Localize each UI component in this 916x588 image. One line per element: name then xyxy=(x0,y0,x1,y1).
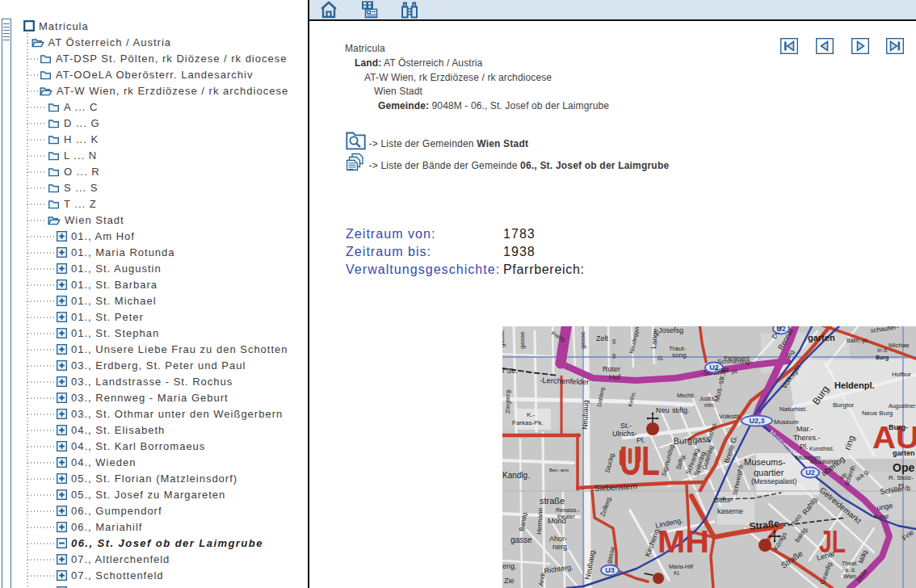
svg-text:gasse: gasse xyxy=(519,331,526,349)
svg-text:Naturhist.: Naturhist. xyxy=(779,405,807,413)
svg-text:Zieglerg.: Zieglerg. xyxy=(504,388,511,414)
svg-text:g.: g. xyxy=(612,338,617,344)
svg-text:Neu stiftg.: Neu stiftg. xyxy=(656,406,690,414)
svg-text:Michae: Michae xyxy=(889,342,910,349)
svg-text:Pl.: Pl. xyxy=(800,443,809,451)
svg-text:garten: garten xyxy=(893,449,915,457)
svg-text:Mond: Mond xyxy=(548,517,566,525)
svg-text:K.-: K.- xyxy=(527,411,536,418)
svg-text:song.: song. xyxy=(672,351,688,359)
svg-text:Museum: Museum xyxy=(774,418,799,426)
svg-text:Kunst: Kunst xyxy=(874,514,889,519)
svg-text:St.-: St.- xyxy=(620,422,632,430)
svg-text:Theat.: Theat. xyxy=(842,561,858,566)
svg-text:quartier: quartier xyxy=(754,468,784,477)
svg-text:Roter: Roter xyxy=(603,365,620,373)
svg-text:straße: straße xyxy=(540,496,565,506)
svg-text:Ope: Ope xyxy=(893,461,914,474)
svg-text:In d.: In d. xyxy=(877,347,889,353)
svg-text:Burg: Burg xyxy=(876,355,889,361)
svg-text:eng.: eng. xyxy=(502,562,517,570)
svg-text:Kandlg.: Kandlg. xyxy=(502,471,530,480)
svg-text:Stifts-: Stifts- xyxy=(714,496,733,504)
svg-text:a. d.: a. d. xyxy=(845,567,856,573)
svg-text:Mar.-: Mar.- xyxy=(796,425,813,433)
svg-text:Hermann: Hermann xyxy=(536,508,544,535)
svg-text:Justiz-: Justiz- xyxy=(714,367,731,372)
svg-text:Volksth.: Volksth. xyxy=(719,413,742,420)
svg-text:Neubaug: Neubaug xyxy=(581,400,590,430)
svg-text:nerg.: nerg. xyxy=(553,543,569,551)
svg-text:Augustiner: Augustiner xyxy=(889,403,916,410)
svg-text:min.: min. xyxy=(704,402,715,408)
svg-text:gasse: gasse xyxy=(579,331,586,349)
svg-text:U3: U3 xyxy=(605,566,615,574)
svg-text:(Messepalast): (Messepalast) xyxy=(751,477,797,485)
svg-text:Parlament: Parlament xyxy=(724,355,750,361)
svg-text:Farkas-Pk.: Farkas-Pk. xyxy=(512,419,544,426)
svg-text:U2,3: U2,3 xyxy=(749,417,764,425)
svg-text:Renaiss.-: Renaiss.- xyxy=(556,507,580,513)
svg-text:Josefsg: Josefsg xyxy=(658,326,683,334)
svg-text:Zie: Zie xyxy=(504,577,515,585)
svg-text:r Str.: r Str. xyxy=(502,367,518,375)
svg-text:kaserne: kaserne xyxy=(717,507,743,515)
svg-text:R. Stolz-: R. Stolz- xyxy=(889,474,914,481)
svg-text:g.: g. xyxy=(612,352,617,359)
svg-text:Museums-: Museums- xyxy=(744,457,786,467)
svg-text:Heldenpl.: Heldenpl. xyxy=(834,380,875,390)
svg-text:Ulrichs-: Ulrichs- xyxy=(612,430,637,438)
svg-text:Burgtor: Burgtor xyxy=(833,401,855,409)
svg-text:Kunsthist.: Kunsthist. xyxy=(809,446,834,452)
svg-text:Neue Burg: Neue Burg xyxy=(862,410,893,417)
svg-text:U2: U2 xyxy=(805,468,815,477)
svg-text:Hofbur: Hofbur xyxy=(892,371,911,378)
svg-text:Ahor-: Ahor- xyxy=(549,535,567,543)
svg-text:Theres.-: Theres.- xyxy=(793,434,821,442)
svg-text:pl.: pl. xyxy=(732,368,738,375)
svg-text:MH: MH xyxy=(658,524,709,559)
svg-text:Pl.: Pl. xyxy=(637,436,645,444)
svg-text:G.: G. xyxy=(658,355,664,362)
svg-text:-Lerchenfelder: -Lerchenfelder xyxy=(540,376,590,386)
svg-text:gasse: gasse xyxy=(502,330,506,347)
svg-text:Hof: Hof xyxy=(609,373,621,381)
svg-text:gasse: gasse xyxy=(511,536,532,544)
svg-text:Kl.: Kl. xyxy=(674,570,680,576)
svg-text:Bez.-amt: Bez.-amt xyxy=(549,468,569,472)
svg-text:garten: garten xyxy=(808,333,835,342)
svg-text:Ballh.-pl.: Ballh.-pl. xyxy=(847,338,868,344)
svg-text:Zelt: Zelt xyxy=(596,334,609,342)
svg-text:Mechit.: Mechit. xyxy=(677,393,695,398)
svg-text:UL: UL xyxy=(620,439,660,484)
svg-text:Burg-: Burg- xyxy=(889,423,908,431)
svg-text:Maria-Hilf: Maria-Hilf xyxy=(669,564,693,569)
